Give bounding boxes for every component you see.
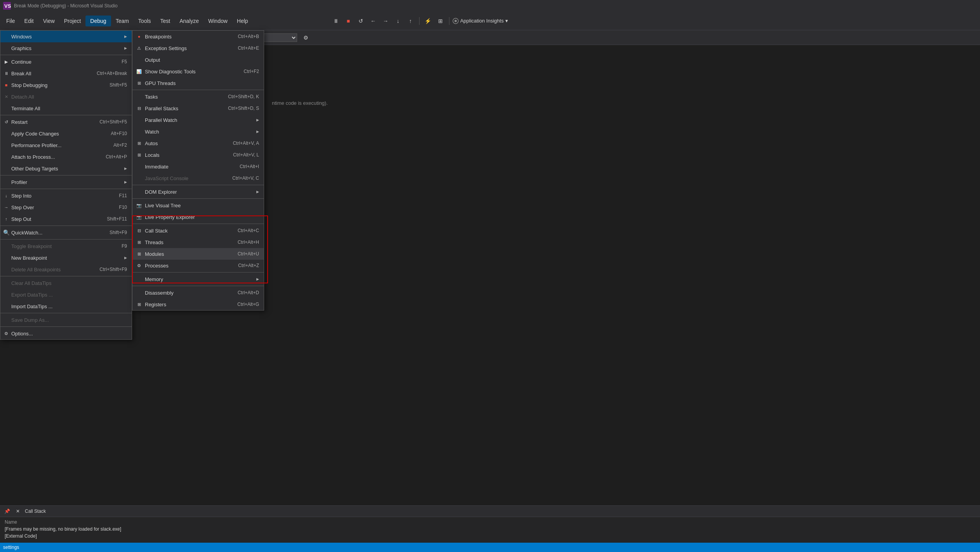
menu-help[interactable]: Help (232, 16, 253, 26)
ws-parallel-stacks[interactable]: ⊟ Parallel Stacks Ctrl+Shift+D, S (132, 102, 264, 114)
ws-diagnostic-tools[interactable]: 📊 Show Diagnostic Tools Ctrl+F2 (132, 66, 264, 77)
ws-javascript-console[interactable]: JavaScript Console Ctrl+Alt+V, C (132, 172, 264, 184)
debug-dropdown-menu: Windows Graphics ▶ Continue F5 ⏸ Break A… (0, 30, 132, 340)
ws-immediate[interactable]: Immediate Ctrl+Alt+I (132, 161, 264, 172)
ws-watch[interactable]: Watch (132, 126, 264, 137)
diag-icon: 📊 (136, 68, 143, 75)
ws-registers[interactable]: ⊞ Registers Ctrl+Alt+G (132, 299, 264, 310)
insights-icon (453, 18, 459, 24)
menu-debug[interactable]: Debug (85, 16, 111, 26)
dd-windows[interactable]: Windows (0, 31, 132, 42)
step-into-btn[interactable]: ↓ (393, 16, 404, 26)
ws-sep2 (132, 185, 264, 185)
debug-back-btn[interactable]: ← (368, 16, 379, 26)
bottom-panel-header: 📌 ✕ Call Stack (0, 506, 980, 517)
dd-step-over[interactable]: → Step Over F10 (0, 201, 132, 213)
ws-live-visual-tree[interactable]: 📷 Live Visual Tree (132, 200, 264, 211)
dd-stop-debugging[interactable]: ■ Stop Debugging Shift+F5 (0, 79, 132, 91)
ws-parallel-watch[interactable]: Parallel Watch (132, 114, 264, 126)
dd-graphics[interactable]: Graphics (0, 42, 132, 54)
panel-close-btn[interactable]: ✕ (14, 507, 22, 515)
stack-frame-settings[interactable]: ⚙ (300, 32, 311, 43)
app-insights-dropdown[interactable]: ▾ (505, 18, 508, 24)
ws-disassembly[interactable]: Disassembly Ctrl+Alt+D (132, 287, 264, 299)
exception-icon: ⚠ (136, 45, 143, 52)
svg-text:VS: VS (4, 3, 11, 9)
breakpoints-icon: ● (136, 33, 143, 40)
ws-live-property-explorer[interactable]: 📷 Live Property Explorer (132, 211, 264, 223)
step-out-btn[interactable]: ↑ (405, 16, 416, 26)
threads-icon: ⊞ (136, 239, 143, 246)
dd-sep4 (0, 189, 132, 189)
dd-toggle-breakpoint[interactable]: Toggle Breakpoint F9 (0, 240, 132, 252)
processes-icon: ⚙ (136, 262, 143, 269)
dd-restart[interactable]: ↺ Restart Ctrl+Shift+F5 (0, 116, 132, 128)
menu-test[interactable]: Test (156, 16, 175, 26)
panel-pin-btn[interactable]: 📌 (3, 507, 11, 515)
ws-autos[interactable]: ⊞ Autos Ctrl+Alt+V, A (132, 137, 264, 149)
restart-btn[interactable]: ↺ (355, 16, 366, 26)
ws-call-stack[interactable]: ⊟ Call Stack Ctrl+Alt+C (132, 225, 264, 236)
menu-view[interactable]: View (38, 16, 59, 26)
dd-terminate-all[interactable]: Terminate All (0, 102, 132, 114)
ws-sep4 (132, 224, 264, 224)
dd-options[interactable]: ⚙ Options... (0, 328, 132, 339)
dd-save-dump[interactable]: Save Dump As... (0, 314, 132, 326)
ws-exception-settings[interactable]: ⚠ Exception Settings Ctrl+Alt+E (132, 42, 264, 54)
dd-step-out[interactable]: ↑ Step Out Shift+F11 (0, 213, 132, 225)
ws-breakpoints[interactable]: ● Breakpoints Ctrl+Alt+B (132, 31, 264, 42)
dd-sep1 (0, 55, 132, 55)
menu-tools[interactable]: Tools (134, 16, 156, 26)
menu-file[interactable]: File (2, 16, 20, 26)
ws-processes[interactable]: ⚙ Processes Ctrl+Alt+Z (132, 260, 264, 271)
dd-import-datatips[interactable]: Import DataTips ... (0, 300, 132, 312)
menu-edit[interactable]: Edit (20, 16, 38, 26)
menu-project[interactable]: Project (59, 16, 86, 26)
dd-apply-code-changes[interactable]: Apply Code Changes Alt+F10 (0, 128, 132, 139)
ws-modules[interactable]: ⊞ Modules Ctrl+Alt+U (132, 248, 264, 260)
pause-btn[interactable]: ⏸ (331, 16, 341, 26)
call-stack-row-0: [Frames may be missing, no binary loaded… (3, 526, 977, 533)
menu-analyze[interactable]: Analyze (175, 16, 204, 26)
stop-btn[interactable]: ■ (343, 16, 354, 26)
dd-sep9 (0, 326, 132, 327)
dd-export-datatips[interactable]: Export DataTips ... (0, 289, 132, 300)
continue-icon: ▶ (3, 58, 10, 65)
dd-detach-all[interactable]: ✕ Detach All (0, 91, 132, 102)
step-into-icon: ↓ (3, 192, 10, 199)
call-stack-row-1: [External Code] (3, 533, 977, 540)
dd-other-targets[interactable]: Other Debug Targets (0, 163, 132, 174)
ws-gpu-threads[interactable]: ⊞ GPU Threads (132, 77, 264, 89)
ws-locals[interactable]: ⊞ Locals Ctrl+Alt+V, L (132, 149, 264, 161)
menu-team[interactable]: Team (111, 16, 134, 26)
ws-memory[interactable]: Memory (132, 273, 264, 285)
locals-icon: ⊞ (136, 151, 143, 158)
dd-quickwatch[interactable]: 🔍 QuickWatch... Shift+F9 (0, 227, 132, 238)
dd-delete-breakpoints[interactable]: Delete All Breakpoints Ctrl+Shift+F9 (0, 264, 132, 275)
dd-break-all[interactable]: ⏸ Break All Ctrl+Alt+Break (0, 68, 132, 79)
debug-runtime-text: ntime code is executing). (272, 100, 328, 106)
dd-perf-profiler[interactable]: Performance Profiler... Alt+F2 (0, 139, 132, 151)
ws-output[interactable]: Output (132, 54, 264, 66)
dd-step-into[interactable]: ↓ Step Into F11 (0, 190, 132, 201)
quickwatch-icon: 🔍 (3, 229, 10, 236)
misc-btn1[interactable]: ⚡ (423, 16, 433, 26)
dd-sep7 (0, 276, 132, 276)
ws-sep3 (132, 198, 264, 199)
menu-window[interactable]: Window (204, 16, 232, 26)
status-text: settings (3, 545, 19, 550)
call-stack-content: Name [Frames may be missing, no binary l… (0, 517, 980, 541)
misc-btn2[interactable]: ⊞ (435, 16, 446, 26)
ws-dom-explorer[interactable]: DOM Explorer (132, 186, 264, 198)
ws-tasks[interactable]: Tasks Ctrl+Shift+D, K (132, 91, 264, 102)
dd-profiler[interactable]: Profiler (0, 176, 132, 188)
dd-sep3 (0, 175, 132, 175)
dd-new-breakpoint[interactable]: New Breakpoint (0, 252, 132, 264)
ws-threads[interactable]: ⊞ Threads Ctrl+Alt+H (132, 236, 264, 248)
dd-attach-process[interactable]: Attach to Process... Ctrl+Alt+P (0, 151, 132, 163)
title-bar-text: Break Mode (Debugging) - Microsoft Visua… (14, 3, 118, 9)
step-out-icon: ↑ (3, 215, 10, 222)
dd-continue[interactable]: ▶ Continue F5 (0, 56, 132, 68)
dd-clear-datatips[interactable]: Clear All DataTips (0, 277, 132, 289)
step-over-btn[interactable]: → (380, 16, 391, 26)
